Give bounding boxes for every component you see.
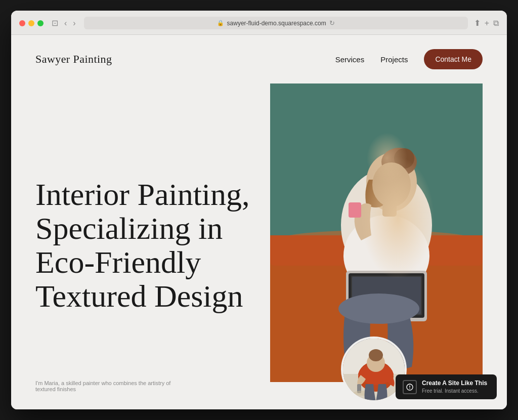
add-tab-icon[interactable]: + — [485, 19, 489, 28]
hero-headline: Interior Painting, Specializing in Eco-F… — [35, 178, 260, 313]
browser-chrome: ⊡ ‹ › 🔒 sawyer-fluid-demo.squarespace.co… — [11, 11, 507, 35]
squarespace-badge[interactable]: Create A Site Like This Free trial. Inst… — [396, 374, 497, 399]
site-navigation: Sawyer Painting Services Projects Contac… — [11, 35, 507, 83]
hero-section: Interior Painting, Specializing in Eco-F… — [11, 83, 507, 397]
badge-subtitle: Free trial. Instant access. — [422, 388, 487, 394]
url-text: sawyer-fluid-demo.squarespace.com — [227, 20, 326, 27]
back-button[interactable]: ‹ — [62, 18, 69, 29]
badge-title: Create A Site Like This — [422, 380, 487, 388]
traffic-lights — [19, 20, 44, 26]
hero-left: Interior Painting, Specializing in Eco-F… — [35, 83, 270, 397]
nav-window-icon[interactable]: ⊡ — [50, 17, 60, 29]
svg-rect-1 — [270, 83, 483, 245]
browser-nav: ⊡ ‹ › — [50, 17, 78, 29]
nav-services-link[interactable]: Services — [335, 55, 365, 64]
svg-point-10 — [372, 162, 411, 207]
svg-point-5 — [341, 170, 432, 281]
svg-rect-13 — [346, 271, 427, 321]
close-button[interactable] — [19, 20, 25, 26]
svg-point-17 — [338, 293, 419, 324]
browser-window: ⊡ ‹ › 🔒 sawyer-fluid-demo.squarespace.co… — [11, 11, 507, 409]
wall-background — [270, 83, 483, 248]
svg-rect-0 — [270, 83, 483, 245]
duplicate-tab-icon[interactable]: ⧉ — [493, 19, 499, 28]
maximize-button[interactable] — [37, 20, 44, 26]
nav-links: Services Projects Contact Me — [335, 49, 483, 69]
address-bar[interactable]: 🔒 sawyer-fluid-demo.squarespace.com ↻ — [84, 17, 468, 29]
svg-point-8 — [381, 148, 417, 176]
nav-contact-button[interactable]: Contact Me — [424, 49, 483, 69]
svg-point-22 — [369, 349, 383, 361]
website-content: Sawyer Painting Services Projects Contac… — [11, 35, 507, 409]
svg-rect-4 — [270, 235, 483, 266]
nav-projects-link[interactable]: Projects — [380, 55, 408, 64]
site-logo: Sawyer Painting — [35, 53, 112, 66]
svg-rect-15 — [351, 276, 422, 315]
svg-point-7 — [366, 153, 417, 212]
refresh-icon[interactable]: ↻ — [329, 19, 335, 27]
forward-button[interactable]: › — [71, 18, 77, 29]
svg-rect-16 — [352, 277, 421, 314]
browser-actions: ⬆ + ⧉ — [474, 18, 499, 28]
lock-icon: 🔒 — [217, 20, 224, 26]
svg-point-6 — [343, 215, 429, 296]
share-icon[interactable]: ⬆ — [474, 18, 481, 28]
squarespace-logo-svg — [406, 383, 414, 391]
squarespace-badge-text: Create A Site Like This Free trial. Inst… — [422, 380, 487, 394]
svg-rect-11 — [382, 204, 397, 217]
svg-rect-12 — [349, 202, 361, 218]
minimize-button[interactable] — [28, 20, 34, 26]
svg-point-3 — [275, 230, 478, 250]
svg-point-9 — [394, 148, 414, 169]
squarespace-icon — [403, 380, 417, 394]
svg-rect-14 — [349, 273, 424, 318]
hero-right — [270, 83, 483, 397]
